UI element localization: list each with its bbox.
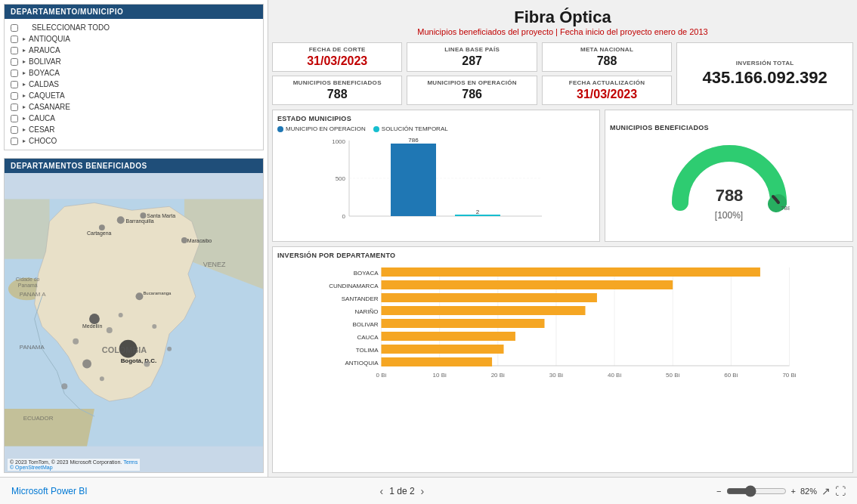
chevron-icon: ▸ xyxy=(23,47,26,54)
bar-operacion xyxy=(391,144,436,216)
zoom-controls: − + 82% ↗ ⛶ xyxy=(716,485,846,497)
kpi-municipios-op: MUNICIPIOS EN OPERACIÓN 786 xyxy=(407,76,537,105)
dept-filter-item[interactable]: ▸ANTIOQUIA xyxy=(5,33,263,45)
svg-point-22 xyxy=(144,361,150,367)
dept-filter-item[interactable]: ▸CAUCA xyxy=(5,113,263,124)
map-attribution: © 2023 TomTom, © 2023 Microsoft Corporat… xyxy=(8,459,140,471)
main-container: DEPARTAMENTO/MUNICIPIO SELECCIONAR TODO▸… xyxy=(0,0,857,504)
svg-point-21 xyxy=(61,383,67,389)
dept-checkbox[interactable] xyxy=(11,92,18,100)
kpi-row-1: FECHA DE CORTE 31/03/2023 LINEA BASE PAÍ… xyxy=(272,42,672,72)
municipios-beneficiados-chart: MUNICIPIOS BENEFICIADOS 788 xyxy=(605,110,853,242)
svg-text:NARIÑO: NARIÑO xyxy=(354,308,378,315)
svg-text:ECUADOR: ECUADOR xyxy=(23,415,54,422)
bar-chart-svg: 0 500 1000 786 2 xyxy=(277,137,595,235)
kpi-fecha-act: FECHA ACTUALIZACIÓN 31/03/2023 xyxy=(542,76,672,105)
svg-point-17 xyxy=(73,339,79,345)
dept-filter-item[interactable]: ▸CAQUETA xyxy=(5,90,263,101)
dept-filter-item[interactable]: ▸ARAUCA xyxy=(5,45,263,56)
svg-text:BOYACA: BOYACA xyxy=(354,270,379,277)
svg-text:Medellín: Medellín xyxy=(82,323,102,329)
estado-municipios-chart: ESTADO MUNICIPIOS MUNICIPIO EN OPERACION… xyxy=(272,110,600,242)
dept-label: SELECCIONAR TODO xyxy=(32,23,110,32)
svg-point-2 xyxy=(117,216,125,224)
dept-filter: DEPARTAMENTO/MUNICIPIO SELECCIONAR TODO▸… xyxy=(4,4,264,150)
svg-point-19 xyxy=(119,313,123,317)
hbar-svg: 0 Bi10 Bi20 Bi30 Bi40 Bi50 Bi60 Bi70 BiB… xyxy=(277,264,848,381)
dept-filter-item[interactable]: ▸CHOCO xyxy=(5,135,263,147)
dept-filter-item[interactable]: ▸CASANARE xyxy=(5,101,263,113)
zoom-slider[interactable] xyxy=(726,485,787,497)
dept-checkbox[interactable] xyxy=(11,47,18,54)
dept-label: CALDAS xyxy=(29,80,59,88)
prev-page-button[interactable]: ‹ xyxy=(380,485,384,497)
powerbi-link[interactable]: Microsoft Power BI xyxy=(11,486,88,496)
svg-point-24 xyxy=(100,376,104,381)
kpi-linea-base: LINEA BASE PAÍS 287 xyxy=(407,42,537,72)
dept-filter-item[interactable]: ▸BOLIVAR xyxy=(5,56,263,67)
kpi-meta-nacional-label: META NACIONAL xyxy=(549,46,665,53)
charts-row: ESTADO MUNICIPIOS MUNICIPIO EN OPERACION… xyxy=(272,110,853,242)
svg-text:20 Bi: 20 Bi xyxy=(491,372,505,379)
dept-checkbox[interactable] xyxy=(11,81,18,88)
svg-text:CAUCA: CAUCA xyxy=(357,334,379,341)
dept-label: BOLIVAR xyxy=(29,57,61,66)
svg-text:SANTANDER: SANTANDER xyxy=(342,295,379,302)
legend-temporal-label: SOLUCIÓN TEMPORAL xyxy=(382,125,448,132)
kpi-fecha-act-label: FECHA ACTUALIZACIÓN xyxy=(549,79,665,86)
kpi-col-left: FECHA DE CORTE 31/03/2023 LINEA BASE PAÍ… xyxy=(272,42,672,105)
dept-filter-list[interactable]: SELECCIONAR TODO▸ANTIOQUIA▸ARAUCA▸BOLIVA… xyxy=(5,19,263,150)
fullscreen-button[interactable]: ⛶ xyxy=(835,485,846,497)
page-subtitle: Municipios beneficiados del proyecto | F… xyxy=(272,27,853,36)
map-body: Barranquilla Santa Marta Cartagena Marac… xyxy=(5,173,263,472)
hbar xyxy=(382,280,673,289)
svg-text:Maracaibo: Maracaibo xyxy=(187,238,212,243)
dept-label: CAUCA xyxy=(29,114,55,122)
svg-point-6 xyxy=(99,224,105,230)
chevron-icon: ▸ xyxy=(23,104,26,110)
dept-filter-item[interactable]: ▸CESAR xyxy=(5,124,263,135)
zoom-minus-icon[interactable]: − xyxy=(716,487,721,496)
dept-label: ANTIOQUIA xyxy=(29,35,70,43)
svg-point-4 xyxy=(140,212,146,218)
dept-label: CASANARE xyxy=(29,103,70,111)
dept-checkbox[interactable] xyxy=(11,24,18,32)
svg-rect-40 xyxy=(455,215,500,216)
svg-text:60 Bi: 60 Bi xyxy=(724,372,738,379)
zoom-plus-icon[interactable]: + xyxy=(791,487,796,496)
svg-text:0 Bi: 0 Bi xyxy=(376,372,387,379)
dept-checkbox[interactable] xyxy=(11,104,18,111)
dept-checkbox[interactable] xyxy=(11,70,18,77)
share-button[interactable]: ↗ xyxy=(821,485,831,497)
svg-text:Santa Marta: Santa Marta xyxy=(147,213,175,218)
estado-municipios-title: ESTADO MUNICIPIOS xyxy=(277,115,595,122)
dept-checkbox[interactable] xyxy=(11,126,18,134)
kpi-linea-base-value: 287 xyxy=(413,54,530,68)
dept-label: CAQUETA xyxy=(29,91,65,100)
dept-checkbox[interactable] xyxy=(11,36,18,43)
svg-text:Cidade do: Cidade do xyxy=(16,277,40,282)
svg-text:2: 2 xyxy=(476,209,480,215)
legend-operacion: MUNICIPIO EN OPERACION xyxy=(277,125,366,132)
map-header: DEPARTAMENTOS BENEFICIADOS xyxy=(5,159,263,173)
dept-filter-item[interactable]: ▸BOYACA xyxy=(5,67,263,79)
kpi-municipios-ben: MUNICIPIOS BENEFICIADOS 788 xyxy=(272,76,402,105)
chevron-icon: ▸ xyxy=(23,58,26,65)
title-area: Fibra Óptica Municipios beneficiados del… xyxy=(272,4,853,38)
svg-text:Cartagena: Cartagena xyxy=(87,230,111,237)
kpi-fecha-corte-label: FECHA DE CORTE xyxy=(279,46,395,53)
dept-filter-item[interactable]: SELECCIONAR TODO xyxy=(5,22,263,33)
hbar xyxy=(382,357,493,366)
svg-point-14 xyxy=(135,292,143,300)
page-title: Fibra Óptica xyxy=(272,8,853,27)
kpi-municipios-op-value: 786 xyxy=(413,88,530,101)
next-page-button[interactable]: › xyxy=(421,485,425,497)
svg-text:ANTIOQUIA: ANTIOQUIA xyxy=(345,360,379,366)
dept-filter-item[interactable]: ▸CALDAS xyxy=(5,79,263,90)
page-separator: de xyxy=(397,486,410,496)
svg-text:786: 786 xyxy=(408,137,419,144)
zoom-value: 82% xyxy=(800,487,817,496)
dept-checkbox[interactable] xyxy=(11,138,18,145)
dept-checkbox[interactable] xyxy=(11,115,18,122)
dept-checkbox[interactable] xyxy=(11,58,18,66)
